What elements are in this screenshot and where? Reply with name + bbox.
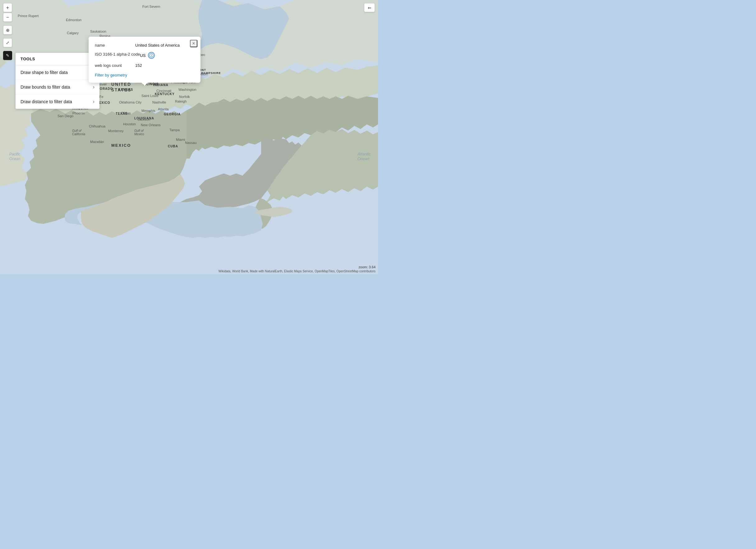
zoom-in-button[interactable]: + [3,3,12,12]
expand-button[interactable]: ⤢ [3,38,12,47]
popup-label-weblogs: web logs count [95,63,135,68]
filter-by-geometry-link[interactable]: Filter by geometry [95,73,127,77]
top-right-controls: ⇐ [364,3,375,12]
popup-value-iso: US [140,53,145,58]
compass-button[interactable]: ⊕ [3,25,12,35]
draw-bounds-item[interactable]: Draw bounds to filter data › [16,80,99,95]
tools-button[interactable]: ✎ [3,51,12,60]
draw-shape-item[interactable]: Draw shape to filter data › [16,65,99,80]
popup-value-weblogs: 152 [135,63,194,68]
popup-row-iso: ISO 3166-1 alpha-2 code US [95,52,194,59]
attribution-text: Wikidata, World Bank, Made with NaturalE… [219,270,376,273]
svg-text:Ocean: Ocean [357,156,369,161]
zoom-indicator: zoom: 3.64 [359,265,376,269]
popup-label-iso: ISO 3166-1 alpha-2 code [95,52,140,57]
filter-geometry-row: Filter by geometry [95,72,194,78]
popup-row-name: name United States of America [95,43,194,48]
svg-text:Ocean: Ocean [9,157,21,161]
map-controls-left: + − ⊕ ⤢ ✎ [3,3,12,60]
draw-bounds-arrow: › [93,84,95,90]
zoom-out-button[interactable]: − [3,13,12,22]
draw-distance-label: Draw distance to filter data [21,99,72,104]
draw-bounds-label: Draw bounds to filter data [21,85,70,90]
draw-distance-item[interactable]: Draw distance to filter data › [16,95,99,109]
popup-value-iso-container: US [140,52,155,59]
tools-header: TOOLS [16,53,99,65]
collapse-button[interactable]: ⇐ [364,3,375,12]
popup-row-weblogs: web logs count 152 [95,63,194,68]
popup-close-button[interactable]: × [190,40,197,47]
map-attribution: Wikidata, World Bank, Made with NaturalE… [219,270,376,273]
iso-info-icon[interactable] [148,52,155,59]
popup-content: name United States of America ISO 3166-1… [89,37,201,83]
svg-text:Atlantic: Atlantic [357,152,371,156]
draw-shape-label: Draw shape to filter data [21,70,68,75]
svg-text:Pacific: Pacific [9,152,20,156]
popup-value-name: United States of America [135,43,194,48]
tools-dropdown: TOOLS Draw shape to filter data › Draw b… [16,53,99,109]
info-popup: × name United States of America ISO 3166… [89,37,201,83]
popup-label-name: name [95,43,135,48]
draw-distance-arrow: › [93,99,95,104]
